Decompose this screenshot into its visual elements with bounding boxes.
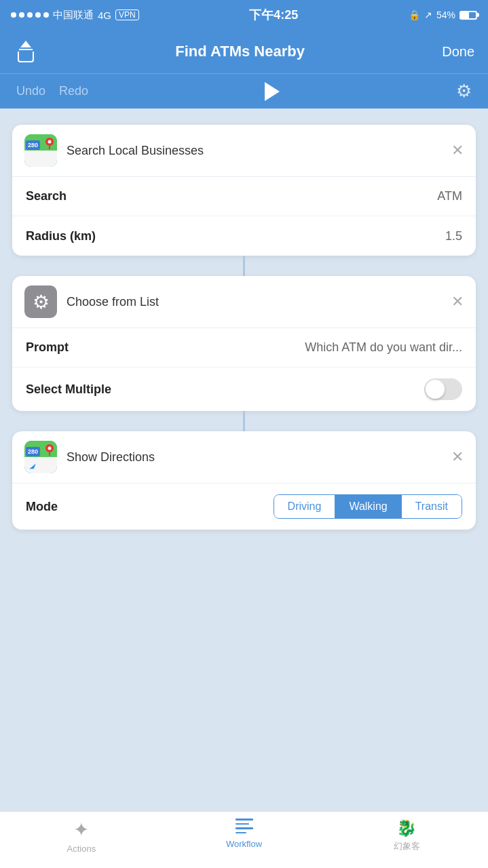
card-header-directions: 280 Show Directions ✕ xyxy=(12,431,476,484)
third-tab-icon: 🐉 xyxy=(396,818,417,837)
redo-button[interactable]: Redo xyxy=(59,84,88,98)
card-title-directions: Show Directions xyxy=(67,450,464,465)
undo-button[interactable]: Undo xyxy=(16,84,45,98)
radius-label: Radius (km) xyxy=(26,229,96,243)
prompt-field-row: Prompt Which ATM do you want dir... xyxy=(12,328,476,368)
card-close-search[interactable]: ✕ xyxy=(451,142,464,159)
toolbar-left: Undo Redo xyxy=(16,84,88,98)
share-button[interactable] xyxy=(14,39,38,64)
choose-from-list-card: ⚙ Choose from List ✕ Prompt Which ATM do… xyxy=(12,276,476,411)
card-close-choose[interactable]: ✕ xyxy=(451,293,464,311)
network-label: 4G xyxy=(98,9,111,21)
radius-field-row: Radius (km) 1.5 xyxy=(12,216,476,256)
toggle-knob xyxy=(426,380,445,399)
tab-third[interactable]: 🐉 幻象客 xyxy=(325,818,488,852)
maps-app-icon-2: 280 xyxy=(24,441,57,473)
share-base-icon xyxy=(19,49,33,50)
search-field-row: Search ATM xyxy=(12,177,476,216)
card-close-directions[interactable]: ✕ xyxy=(451,448,464,466)
status-bar: 中国联通 4G VPN 下午4:25 🔒 ↗ 54% xyxy=(0,0,488,30)
location-icon: ↗ xyxy=(424,9,432,20)
workflow-list-icon xyxy=(236,818,253,833)
radius-value[interactable]: 1.5 xyxy=(445,229,462,243)
search-value[interactable]: ATM xyxy=(437,189,462,203)
share-arrow-icon xyxy=(20,41,31,47)
tab-bar: ✦ Actions Workflow 🐉 幻象客 xyxy=(0,811,488,868)
done-button[interactable]: Done xyxy=(442,44,474,60)
select-multiple-row: Select Multiple xyxy=(12,368,476,411)
settings-gear-icon[interactable]: ⚙ xyxy=(456,81,472,102)
maps-app-icon: 280 xyxy=(24,134,57,167)
actions-tab-label: Actions xyxy=(67,844,96,854)
toolbar: Undo Redo ⚙ xyxy=(0,73,488,108)
signal-dots xyxy=(11,12,49,18)
tab-actions[interactable]: ✦ Actions xyxy=(0,818,163,854)
battery-icon xyxy=(459,11,477,20)
maps-badge: 280 xyxy=(26,140,40,150)
select-multiple-toggle[interactable] xyxy=(424,378,462,400)
page-title: Find ATMs Nearby xyxy=(175,43,305,60)
walking-option[interactable]: Walking xyxy=(335,495,401,518)
status-left: 中国联通 4G VPN xyxy=(11,9,139,22)
actions-wand-icon: ✦ xyxy=(73,818,89,841)
card-header-search: 280 Search Local Businesses ✕ xyxy=(12,125,476,177)
svg-point-3 xyxy=(48,447,52,450)
status-right: 🔒 ↗ 54% xyxy=(409,9,477,20)
nav-arrow-icon xyxy=(27,461,38,471)
transit-option[interactable]: Transit xyxy=(402,495,462,518)
maps-badge-2: 280 xyxy=(26,447,40,456)
run-button[interactable] xyxy=(265,82,280,101)
vpn-badge: VPN xyxy=(115,9,139,20)
share-box-icon xyxy=(18,52,34,62)
select-multiple-label: Select Multiple xyxy=(26,382,111,397)
nav-bar: Find ATMs Nearby Done xyxy=(0,30,488,73)
mode-label: Mode xyxy=(26,500,58,514)
mode-segmented-control[interactable]: Driving Walking Transit xyxy=(274,494,462,519)
location-pin-icon xyxy=(45,137,54,149)
third-tab-label: 幻象客 xyxy=(394,840,420,852)
connector-1 xyxy=(243,256,245,276)
card-header-choose: ⚙ Choose from List ✕ xyxy=(12,276,476,328)
battery-percent: 54% xyxy=(436,9,455,20)
svg-marker-4 xyxy=(29,462,37,469)
connector-2 xyxy=(243,411,245,431)
card-body-choose: Prompt Which ATM do you want dir... Sele… xyxy=(12,328,476,411)
svg-point-1 xyxy=(48,140,52,144)
search-local-businesses-card: 280 Search Local Businesses ✕ Search ATM… xyxy=(12,125,476,256)
gear-app-icon: ⚙ xyxy=(24,285,57,318)
gear-symbol: ⚙ xyxy=(33,291,50,313)
lock-icon: 🔒 xyxy=(409,9,420,20)
card-title-search: Search Local Businesses xyxy=(67,144,464,158)
mode-row: Mode Driving Walking Transit xyxy=(12,484,476,530)
prompt-value[interactable]: Which ATM do you want dir... xyxy=(305,340,462,355)
workflow-tab-label: Workflow xyxy=(226,839,262,849)
card-body-directions: Mode Driving Walking Transit xyxy=(12,484,476,530)
main-content: 280 Search Local Businesses ✕ Search ATM… xyxy=(0,108,488,811)
card-body-search: Search ATM Radius (km) 1.5 xyxy=(12,177,476,256)
show-directions-card: 280 Show Directions ✕ Mode Dri xyxy=(12,431,476,530)
location-pin-icon-2 xyxy=(45,443,54,456)
tab-workflow[interactable]: Workflow xyxy=(163,818,326,849)
search-label: Search xyxy=(26,189,67,203)
card-title-choose: Choose from List xyxy=(67,295,464,309)
carrier-label: 中国联通 xyxy=(53,9,94,22)
prompt-label: Prompt xyxy=(26,340,69,355)
driving-option[interactable]: Driving xyxy=(274,495,336,518)
time-display: 下午4:25 xyxy=(249,7,298,23)
